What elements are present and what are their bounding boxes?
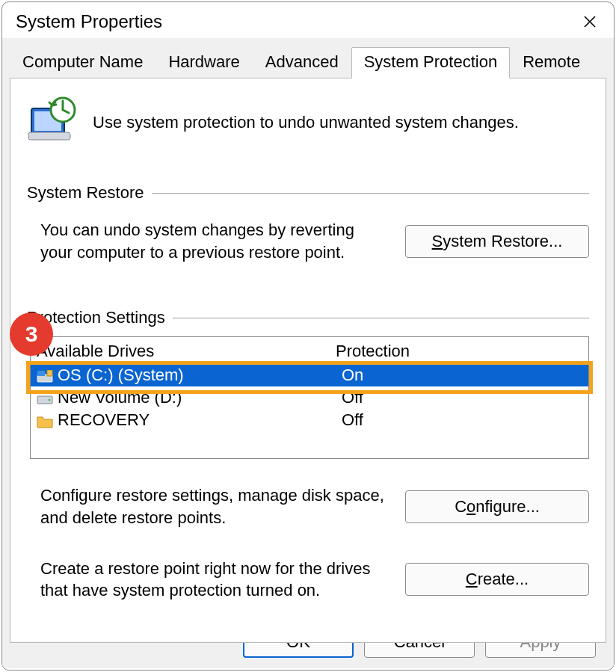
tab-strip: Computer Name Hardware Advanced System P… (2, 38, 614, 78)
drive-row-recovery[interactable]: RECOVERY Off (31, 409, 588, 431)
close-icon[interactable] (576, 8, 603, 35)
drive-name: New Volume (D:) (58, 388, 182, 407)
drive-name: OS (C:) (System) (58, 366, 184, 385)
intro-text: Use system protection to undo unwanted s… (93, 113, 519, 132)
tab-computer-name[interactable]: Computer Name (10, 47, 155, 78)
intro-row: Use system protection to undo unwanted s… (27, 89, 589, 173)
dialog-body: Computer Name Hardware Advanced System P… (2, 38, 614, 668)
drive-row-new-volume-d[interactable]: New Volume (D:) Off (31, 386, 588, 409)
system-restore-row: You can undo system changes by reverting… (27, 212, 589, 271)
system-restore-desc: You can undo system changes by reverting… (40, 219, 390, 263)
system-drive-icon (37, 369, 53, 382)
create-row: Create a restore point right now for the… (27, 550, 589, 609)
system-protection-icon (27, 95, 82, 150)
col-available-drives: Available Drives (37, 342, 336, 361)
system-restore-button[interactable]: System Restore... (405, 225, 589, 258)
tab-system-protection[interactable]: System Protection (351, 47, 511, 78)
drives-list[interactable]: Available Drives Protection OS (C:) (Sys… (30, 336, 589, 459)
section-protection-settings-header: Protection Settings (27, 308, 589, 327)
svg-point-8 (49, 399, 51, 401)
drive-protection: Off (342, 410, 582, 430)
svg-rect-5 (37, 371, 45, 376)
configure-desc: Configure restore settings, manage disk … (40, 484, 390, 528)
window-title: System Properties (16, 11, 162, 32)
drives-header-row: Available Drives Protection (31, 337, 588, 364)
drive-name: RECOVERY (58, 410, 150, 430)
rule (173, 318, 589, 318)
annotation-step-badge: 3 (10, 312, 53, 356)
section-title: System Restore (27, 183, 144, 203)
system-properties-window: System Properties Computer Name Hardware… (1, 1, 615, 671)
col-protection: Protection (336, 342, 582, 361)
configure-row: Configure restore settings, manage disk … (27, 477, 589, 536)
create-desc: Create a restore point right now for the… (40, 558, 390, 602)
drive-protection: On (342, 366, 582, 385)
folder-icon (37, 413, 53, 427)
section-system-restore-header: System Restore (27, 183, 589, 203)
drive-icon (37, 391, 53, 404)
rule (152, 193, 590, 194)
tab-hardware[interactable]: Hardware (155, 47, 252, 78)
tab-advanced[interactable]: Advanced (253, 47, 351, 78)
drive-row-os-c[interactable]: OS (C:) (System) On (31, 364, 588, 386)
create-button[interactable]: Create... (405, 563, 589, 596)
svg-rect-6 (47, 370, 52, 376)
tab-remote[interactable]: Remote (510, 47, 593, 78)
svg-rect-2 (28, 132, 70, 140)
titlebar: System Properties (2, 2, 614, 38)
drive-protection: Off (342, 388, 582, 407)
system-protection-tab-content: Use system protection to undo unwanted s… (10, 78, 606, 643)
configure-button[interactable]: Configure... (405, 490, 589, 523)
